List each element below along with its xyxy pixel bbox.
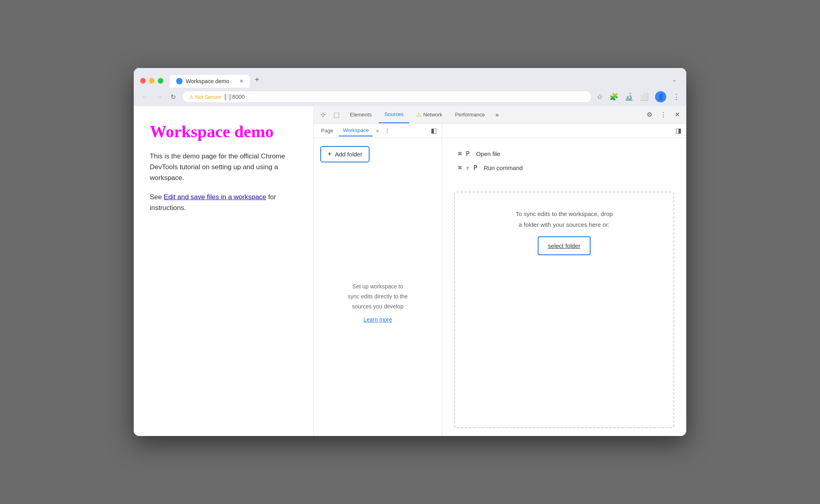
workspace-info-line2: sync edits directly to the [348,292,408,302]
title-bar: 🌐 Workspace demo ✕ + ⌄ [134,68,686,88]
shortcut-open-file: ⌘ P Open file [458,150,670,158]
settings-icon[interactable]: ⚙ [643,108,655,121]
devtools-content: Page Workspace » ⋮ ◧ + Add folder [314,124,686,436]
close-button[interactable] [140,78,146,84]
security-warning: ⚠ Not Secure [189,94,221,100]
page-body2: See Edit and save files in a workspace f… [150,192,297,213]
shortcut-open-file-key: ⌘ P [458,150,470,158]
tab-network[interactable]: ⚠ Network [411,106,448,123]
page-body1: This is the demo page for the official C… [150,151,297,184]
sources-main: ◨ ⌘ P Open file ⌘ ⇧ P Run comma [442,124,686,436]
editor-toolbar: ◨ [442,124,686,138]
tab-performance[interactable]: Performance [450,106,490,123]
shortcut-run-command: ⌘ ⇧ P Run command [458,164,670,172]
cursor-tool-icon[interactable]: ⊹ [317,108,329,121]
learn-more-link[interactable]: Learn more [364,315,392,325]
extensions-icon[interactable]: 🧩 [609,92,618,101]
workspace-info-line3: sources you develop [352,302,403,312]
shortcuts-area: ⌘ P Open file ⌘ ⇧ P Run command [442,138,686,184]
refresh-button[interactable]: ↻ [169,92,177,102]
sidebar-toggle-icon[interactable]: ◧ [429,125,438,136]
shortcut-open-file-label: Open file [476,150,500,157]
tab-area: 🌐 Workspace demo ✕ + ⌄ [170,72,680,88]
network-warning-icon: ⚠ [416,112,422,118]
minimize-button[interactable] [149,78,155,84]
devtools-toolbar: ⊹ ⬚ Elements Sources ⚠ Network Performan… [314,106,686,124]
main-area: Workspace demo This is the demo page for… [134,106,686,436]
add-folder-label: Add folder [335,151,362,158]
sources-menu-icon[interactable]: ⋮ [382,126,392,136]
drop-zone-line1: To sync edits to the workspace, drop [471,208,657,219]
page-body2-prefix: See [150,193,164,201]
src-tab-workspace[interactable]: Workspace [339,125,373,136]
devtools-menu-icon[interactable]: ⋮ [657,108,670,121]
plus-icon: + [328,150,332,158]
shortcut-run-command-label: Run command [484,164,523,171]
add-folder-area: + Add folder [314,138,442,170]
workspace-info-line1: Set up workspace to [352,282,403,292]
tab-title: Workspace demo [186,78,229,84]
page-title: Workspace demo [150,122,297,141]
workspace-info: Set up workspace to sync edits directly … [314,170,442,436]
traffic-lights [140,78,163,84]
devtools-close-button[interactable]: ✕ [671,109,683,120]
bookmark-icon[interactable]: ☆ [597,92,603,101]
devtools-panel: ⊹ ⬚ Elements Sources ⚠ Network Performan… [314,106,686,436]
editor-sidebar-toggle-icon[interactable]: ◨ [675,127,681,134]
split-icon[interactable]: ⬜ [640,92,649,101]
browser-window: 🌐 Workspace demo ✕ + ⌄ ← → ↻ ⚠ Not Secur… [134,68,686,436]
user-profile-icon[interactable]: 👤 [655,91,666,102]
workspace-link[interactable]: Edit and save files in a workspace [164,193,266,201]
url-bar[interactable]: ⚠ Not Secure [::]:8000 [182,91,592,103]
forward-button[interactable]: → [155,92,164,102]
tab-elements[interactable]: Elements [344,106,377,123]
browser-tab[interactable]: 🌐 Workspace demo ✕ [170,75,250,88]
select-folder-button[interactable]: select folder [538,236,591,255]
more-tabs-icon[interactable]: » [492,109,502,121]
drop-zone-line2: a folder with your sources here or: [471,219,657,230]
page-content: Workspace demo This is the demo page for… [134,106,314,436]
browser-menu-icon[interactable]: ⋮ [673,92,680,101]
drop-zone[interactable]: To sync edits to the workspace, drop a f… [454,192,674,428]
tab-close-button[interactable]: ✕ [239,78,243,84]
tab-expand-button[interactable]: ⌄ [669,73,680,86]
browser-actions: ☆ 🧩 🔬 ⬜ 👤 ⋮ [597,91,680,102]
devtools-icon[interactable]: 🔬 [625,92,633,101]
maximize-button[interactable] [158,78,163,84]
shortcut-run-command-key: ⌘ ⇧ P [458,164,477,172]
devtools-toolbar-right: ⚙ ⋮ ✕ [643,108,683,121]
sources-tabs: Page Workspace » ⋮ ◧ [314,124,442,138]
new-tab-button[interactable]: + [250,72,264,88]
add-folder-button[interactable]: + Add folder [320,146,370,162]
sources-sidebar: Page Workspace » ⋮ ◧ + Add folder [314,124,442,436]
tab-sources[interactable]: Sources [379,106,409,123]
src-tab-page[interactable]: Page [317,125,337,136]
url-address: [::]:8000 [225,94,245,100]
tab-favicon: 🌐 [176,78,183,84]
address-bar: ← → ↻ ⚠ Not Secure [::]:8000 ☆ 🧩 🔬 ⬜ 👤 ⋮ [134,88,686,106]
sources-more-tabs-icon[interactable]: » [374,126,380,135]
device-tool-icon[interactable]: ⬚ [330,108,343,121]
editor-content: ⌘ P Open file ⌘ ⇧ P Run command To sync … [442,138,686,436]
back-button[interactable]: ← [140,92,150,102]
tab-network-label: Network [423,112,442,118]
